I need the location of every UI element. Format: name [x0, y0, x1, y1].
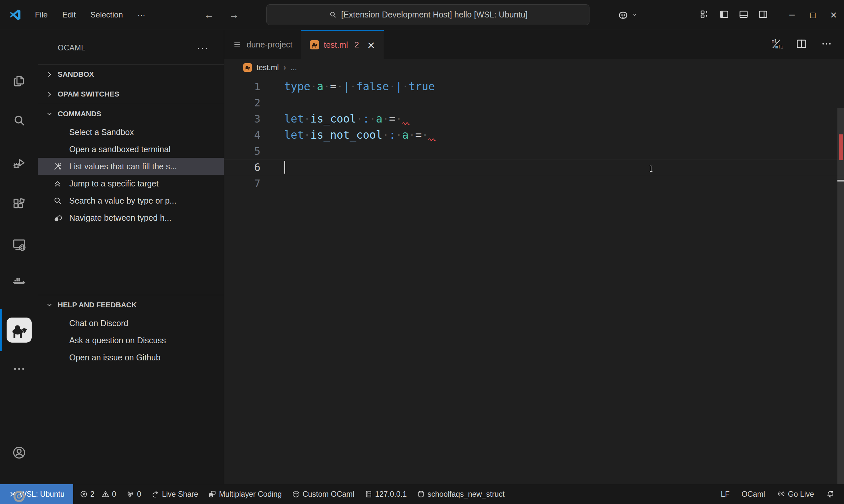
command-search-value[interactable]: Search a value by type or p... — [38, 192, 224, 209]
command-select-sandbox[interactable]: Select a Sandbox — [38, 124, 224, 141]
menu-edit[interactable]: Edit — [56, 7, 82, 22]
status-live-share[interactable]: Live Share — [146, 484, 203, 504]
code-line-1[interactable]: 1type·a·=·|·false·|·true — [224, 78, 844, 94]
activity-settings[interactable] — [0, 481, 38, 504]
item-label: Open a sandboxed terminal — [69, 145, 170, 154]
code-text: let·is_cool·:·a·=· — [284, 111, 410, 127]
activity-more[interactable] — [0, 353, 38, 385]
ellipsis-icon — [820, 38, 833, 50]
section-sandbox-header[interactable]: SANDBOX — [38, 64, 224, 84]
status-server-ip[interactable]: 127.0.0.1 — [359, 484, 412, 504]
customize-layout-button[interactable] — [699, 9, 710, 21]
menu-selection[interactable]: Selection — [84, 7, 129, 22]
breadcrumb[interactable]: test.ml › ... — [224, 59, 844, 76]
chevron-right-icon — [45, 90, 54, 98]
docker-icon — [12, 274, 27, 289]
menu-file[interactable]: File — [29, 7, 54, 22]
status-text: Custom OCaml — [303, 490, 355, 499]
camel-icon — [310, 40, 319, 49]
scrollbar-slider[interactable] — [838, 108, 844, 484]
activity-search[interactable] — [0, 105, 38, 137]
code-token: = — [389, 111, 396, 127]
customize-layout-icon — [699, 9, 710, 20]
chevron-down-icon — [45, 301, 54, 309]
section-help-feedback-header[interactable]: HELP AND FEEDBACK — [38, 295, 224, 314]
gear-icon — [12, 489, 27, 504]
activity-remote-explorer[interactable] — [0, 229, 38, 260]
status-notifications[interactable] — [821, 484, 839, 504]
item-label: Open an issue on Github — [69, 353, 160, 362]
code-line-6[interactable]: 6 — [224, 159, 844, 175]
activity-docker[interactable] — [0, 266, 38, 298]
command-center-search[interactable]: [Extension Development Host] hello [WSL:… — [266, 4, 589, 25]
code-token: · — [389, 78, 396, 94]
menubar: FileEditSelection··· — [29, 7, 151, 22]
editor-scrollbar[interactable] — [838, 78, 844, 484]
status-part: Multiplayer Coding — [208, 490, 281, 499]
nav-forward-button[interactable]: → — [226, 8, 242, 21]
code-area[interactable]: 1type·a·=·|·false·|·true23let·is_cool·:·… — [224, 76, 844, 484]
copilot-menu[interactable] — [617, 8, 638, 21]
package-icon — [292, 490, 300, 499]
command-list-values[interactable]: List values that can fill the s... — [38, 158, 224, 175]
status-multiplayer[interactable]: Multiplayer Coding — [203, 484, 287, 504]
activity-ocaml[interactable] — [0, 309, 38, 351]
nav-back-button[interactable]: ← — [201, 8, 217, 21]
toggle-secondary-sidebar-button[interactable] — [758, 9, 769, 21]
toggle-panel-button[interactable] — [738, 9, 749, 21]
vscode-logo-icon — [8, 8, 22, 21]
status-text: 0 — [137, 490, 141, 499]
split-icon — [795, 38, 808, 50]
copilot-icon — [617, 8, 630, 21]
code-line-2[interactable]: 2 — [224, 94, 844, 111]
action-more[interactable] — [820, 38, 833, 51]
minimize-button[interactable]: − — [782, 5, 803, 25]
help-open-issue-github[interactable]: Open an issue on Github — [38, 349, 224, 366]
code-token: · — [382, 127, 389, 143]
command-jump-target[interactable]: Jump to a specific target — [38, 175, 224, 192]
toggle-primary-sidebar-button[interactable] — [719, 9, 729, 21]
activity-accounts[interactable] — [0, 437, 38, 468]
code-token: a — [376, 111, 382, 127]
code-line-7[interactable]: 7 — [224, 175, 844, 192]
status-database[interactable]: schoolfaqs_new_struct — [412, 484, 510, 504]
status-language[interactable]: OCaml — [737, 484, 770, 504]
action-switch-ml-mli[interactable]: mlmli — [770, 38, 783, 51]
sidebar-more-actions[interactable]: ··· — [197, 42, 209, 53]
section-commands-header[interactable]: COMMANDS — [38, 104, 224, 124]
section-opam-switches-header[interactable]: OPAM SWITCHES — [38, 84, 224, 104]
help-chat-discord[interactable]: Chat on Discord — [38, 314, 224, 332]
code-line-4[interactable]: 4let·is_not_cool·:·a·=· — [224, 127, 844, 143]
code-token: let — [284, 127, 304, 143]
status-problems[interactable]: 20 — [74, 484, 121, 504]
action-split-editor[interactable] — [795, 38, 808, 51]
menu-more[interactable]: ··· — [132, 7, 151, 22]
activity-explorer[interactable] — [0, 65, 38, 97]
code-line-5[interactable]: 5 — [224, 143, 844, 159]
status-go-live[interactable]: Go Live — [772, 484, 819, 504]
status-part — [826, 490, 834, 499]
multiplayer-icon — [208, 490, 217, 499]
warning-icon — [101, 490, 110, 499]
code-line-3[interactable]: 3let·is_cool·:·a·=· — [224, 111, 844, 127]
tab-dune-project[interactable]: dune-project — [224, 30, 302, 59]
status-custom-ocaml[interactable]: Custom OCaml — [287, 484, 359, 504]
status-eol[interactable]: LF — [716, 484, 735, 504]
status-part: 2 — [80, 490, 94, 499]
item-label: Search a value by type or p... — [69, 196, 176, 205]
tab-test-ml[interactable]: test.ml2× — [302, 30, 384, 59]
command-open-terminal[interactable]: Open a sandboxed terminal — [38, 141, 224, 158]
code-token: a — [317, 78, 323, 94]
help-ask-discuss[interactable]: Ask a question on Discuss — [38, 332, 224, 349]
breadcrumb-separator: › — [283, 63, 286, 72]
close-button[interactable]: × — [823, 5, 844, 25]
status-ports[interactable]: 0 — [121, 484, 146, 504]
tab-error-badge: 2 — [355, 40, 359, 49]
editor-actions: mlmli — [770, 30, 844, 59]
activity-extensions[interactable] — [0, 189, 38, 220]
item-label: Navigate between typed h... — [69, 213, 171, 223]
tab-close-button[interactable]: × — [367, 39, 375, 51]
maximize-button[interactable]: □ — [803, 5, 823, 25]
command-navigate-holes[interactable]: Navigate between typed h... — [38, 209, 224, 226]
activity-run-debug[interactable] — [0, 147, 38, 179]
